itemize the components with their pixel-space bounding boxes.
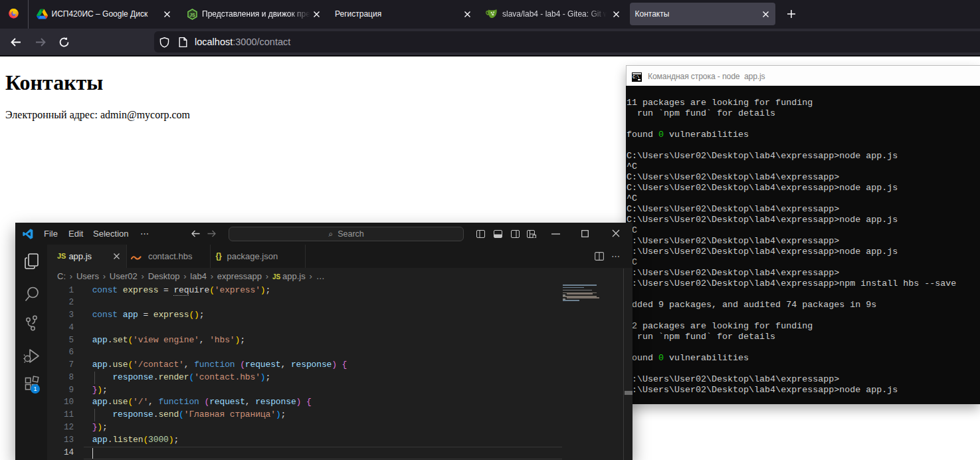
svg-text:JS: JS [189,13,195,17]
